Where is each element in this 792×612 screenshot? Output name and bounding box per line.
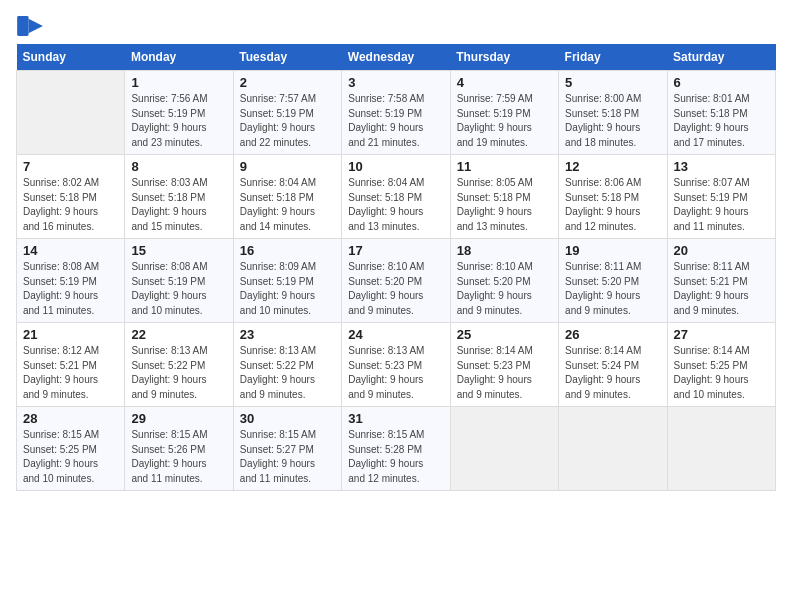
calendar-day-cell: 16Sunrise: 8:09 AM Sunset: 5:19 PM Dayli… (233, 239, 341, 323)
day-info: Sunrise: 8:14 AM Sunset: 5:25 PM Dayligh… (674, 344, 769, 402)
day-number: 10 (348, 159, 443, 174)
day-info: Sunrise: 8:02 AM Sunset: 5:18 PM Dayligh… (23, 176, 118, 234)
day-info: Sunrise: 8:07 AM Sunset: 5:19 PM Dayligh… (674, 176, 769, 234)
day-number: 9 (240, 159, 335, 174)
day-number: 11 (457, 159, 552, 174)
day-info: Sunrise: 8:01 AM Sunset: 5:18 PM Dayligh… (674, 92, 769, 150)
calendar-day-cell: 20Sunrise: 8:11 AM Sunset: 5:21 PM Dayli… (667, 239, 775, 323)
day-number: 6 (674, 75, 769, 90)
day-number: 14 (23, 243, 118, 258)
day-info: Sunrise: 8:15 AM Sunset: 5:28 PM Dayligh… (348, 428, 443, 486)
day-info: Sunrise: 8:14 AM Sunset: 5:24 PM Dayligh… (565, 344, 660, 402)
calendar-day-cell: 27Sunrise: 8:14 AM Sunset: 5:25 PM Dayli… (667, 323, 775, 407)
calendar-day-cell: 2Sunrise: 7:57 AM Sunset: 5:19 PM Daylig… (233, 71, 341, 155)
calendar-day-cell: 12Sunrise: 8:06 AM Sunset: 5:18 PM Dayli… (559, 155, 667, 239)
day-number: 4 (457, 75, 552, 90)
day-number: 8 (131, 159, 226, 174)
svg-rect-0 (17, 16, 28, 36)
day-info: Sunrise: 8:13 AM Sunset: 5:22 PM Dayligh… (240, 344, 335, 402)
calendar-day-cell: 24Sunrise: 8:13 AM Sunset: 5:23 PM Dayli… (342, 323, 450, 407)
day-info: Sunrise: 8:03 AM Sunset: 5:18 PM Dayligh… (131, 176, 226, 234)
day-info: Sunrise: 8:11 AM Sunset: 5:21 PM Dayligh… (674, 260, 769, 318)
calendar-day-cell: 6Sunrise: 8:01 AM Sunset: 5:18 PM Daylig… (667, 71, 775, 155)
day-number: 16 (240, 243, 335, 258)
weekday-header-cell: Saturday (667, 44, 775, 71)
day-number: 3 (348, 75, 443, 90)
calendar-week-row: 7Sunrise: 8:02 AM Sunset: 5:18 PM Daylig… (17, 155, 776, 239)
day-info: Sunrise: 8:08 AM Sunset: 5:19 PM Dayligh… (23, 260, 118, 318)
day-number: 17 (348, 243, 443, 258)
calendar-table: SundayMondayTuesdayWednesdayThursdayFrid… (16, 44, 776, 491)
calendar-day-cell: 19Sunrise: 8:11 AM Sunset: 5:20 PM Dayli… (559, 239, 667, 323)
day-info: Sunrise: 8:13 AM Sunset: 5:23 PM Dayligh… (348, 344, 443, 402)
calendar-day-cell: 28Sunrise: 8:15 AM Sunset: 5:25 PM Dayli… (17, 407, 125, 491)
calendar-day-cell: 8Sunrise: 8:03 AM Sunset: 5:18 PM Daylig… (125, 155, 233, 239)
calendar-day-cell: 17Sunrise: 8:10 AM Sunset: 5:20 PM Dayli… (342, 239, 450, 323)
calendar-day-cell: 9Sunrise: 8:04 AM Sunset: 5:18 PM Daylig… (233, 155, 341, 239)
day-number: 12 (565, 159, 660, 174)
day-number: 1 (131, 75, 226, 90)
calendar-week-row: 21Sunrise: 8:12 AM Sunset: 5:21 PM Dayli… (17, 323, 776, 407)
day-info: Sunrise: 8:15 AM Sunset: 5:27 PM Dayligh… (240, 428, 335, 486)
day-info: Sunrise: 8:08 AM Sunset: 5:19 PM Dayligh… (131, 260, 226, 318)
day-info: Sunrise: 8:04 AM Sunset: 5:18 PM Dayligh… (348, 176, 443, 234)
calendar-day-cell: 13Sunrise: 8:07 AM Sunset: 5:19 PM Dayli… (667, 155, 775, 239)
day-number: 29 (131, 411, 226, 426)
calendar-day-cell: 30Sunrise: 8:15 AM Sunset: 5:27 PM Dayli… (233, 407, 341, 491)
day-info: Sunrise: 7:57 AM Sunset: 5:19 PM Dayligh… (240, 92, 335, 150)
day-info: Sunrise: 8:10 AM Sunset: 5:20 PM Dayligh… (457, 260, 552, 318)
day-number: 31 (348, 411, 443, 426)
day-number: 19 (565, 243, 660, 258)
weekday-header-cell: Tuesday (233, 44, 341, 71)
day-info: Sunrise: 7:59 AM Sunset: 5:19 PM Dayligh… (457, 92, 552, 150)
day-number: 18 (457, 243, 552, 258)
calendar-day-cell: 22Sunrise: 8:13 AM Sunset: 5:22 PM Dayli… (125, 323, 233, 407)
day-number: 13 (674, 159, 769, 174)
weekday-header-cell: Friday (559, 44, 667, 71)
calendar-day-cell: 23Sunrise: 8:13 AM Sunset: 5:22 PM Dayli… (233, 323, 341, 407)
day-info: Sunrise: 7:58 AM Sunset: 5:19 PM Dayligh… (348, 92, 443, 150)
calendar-day-cell (17, 71, 125, 155)
calendar-day-cell: 26Sunrise: 8:14 AM Sunset: 5:24 PM Dayli… (559, 323, 667, 407)
calendar-day-cell: 29Sunrise: 8:15 AM Sunset: 5:26 PM Dayli… (125, 407, 233, 491)
day-info: Sunrise: 8:04 AM Sunset: 5:18 PM Dayligh… (240, 176, 335, 234)
day-info: Sunrise: 8:10 AM Sunset: 5:20 PM Dayligh… (348, 260, 443, 318)
calendar-day-cell: 18Sunrise: 8:10 AM Sunset: 5:20 PM Dayli… (450, 239, 558, 323)
day-info: Sunrise: 8:00 AM Sunset: 5:18 PM Dayligh… (565, 92, 660, 150)
calendar-body: 1Sunrise: 7:56 AM Sunset: 5:19 PM Daylig… (17, 71, 776, 491)
calendar-day-cell: 31Sunrise: 8:15 AM Sunset: 5:28 PM Dayli… (342, 407, 450, 491)
calendar-day-cell: 10Sunrise: 8:04 AM Sunset: 5:18 PM Dayli… (342, 155, 450, 239)
day-info: Sunrise: 8:14 AM Sunset: 5:23 PM Dayligh… (457, 344, 552, 402)
weekday-header-cell: Wednesday (342, 44, 450, 71)
calendar-day-cell: 11Sunrise: 8:05 AM Sunset: 5:18 PM Dayli… (450, 155, 558, 239)
calendar-day-cell: 7Sunrise: 8:02 AM Sunset: 5:18 PM Daylig… (17, 155, 125, 239)
day-info: Sunrise: 8:15 AM Sunset: 5:25 PM Dayligh… (23, 428, 118, 486)
day-number: 30 (240, 411, 335, 426)
day-info: Sunrise: 8:05 AM Sunset: 5:18 PM Dayligh… (457, 176, 552, 234)
calendar-day-cell (450, 407, 558, 491)
calendar-day-cell (667, 407, 775, 491)
logo (16, 16, 48, 36)
page-header (16, 16, 776, 36)
calendar-day-cell: 15Sunrise: 8:08 AM Sunset: 5:19 PM Dayli… (125, 239, 233, 323)
weekday-header-cell: Thursday (450, 44, 558, 71)
day-number: 7 (23, 159, 118, 174)
svg-marker-1 (29, 19, 43, 33)
calendar-week-row: 28Sunrise: 8:15 AM Sunset: 5:25 PM Dayli… (17, 407, 776, 491)
weekday-header-row: SundayMondayTuesdayWednesdayThursdayFrid… (17, 44, 776, 71)
calendar-day-cell: 21Sunrise: 8:12 AM Sunset: 5:21 PM Dayli… (17, 323, 125, 407)
day-number: 26 (565, 327, 660, 342)
day-number: 15 (131, 243, 226, 258)
day-number: 27 (674, 327, 769, 342)
day-info: Sunrise: 8:13 AM Sunset: 5:22 PM Dayligh… (131, 344, 226, 402)
day-number: 23 (240, 327, 335, 342)
day-number: 24 (348, 327, 443, 342)
day-number: 5 (565, 75, 660, 90)
day-number: 25 (457, 327, 552, 342)
calendar-day-cell (559, 407, 667, 491)
calendar-week-row: 14Sunrise: 8:08 AM Sunset: 5:19 PM Dayli… (17, 239, 776, 323)
day-info: Sunrise: 8:15 AM Sunset: 5:26 PM Dayligh… (131, 428, 226, 486)
weekday-header-cell: Sunday (17, 44, 125, 71)
weekday-header-cell: Monday (125, 44, 233, 71)
day-number: 2 (240, 75, 335, 90)
